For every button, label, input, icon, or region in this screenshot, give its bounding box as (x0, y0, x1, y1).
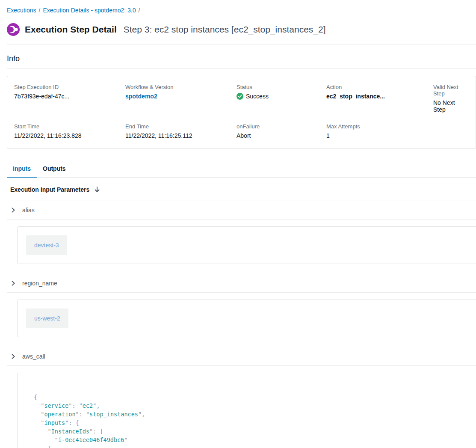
section-header-aws-call[interactable]: aws_call (7, 347, 476, 366)
arrow-down-icon[interactable] (94, 186, 101, 193)
divider (7, 68, 476, 69)
page-title: Execution Step Detail (25, 24, 117, 35)
field-label: Valid Next Step (433, 84, 467, 97)
field-end-time: End Time 11/22/2022, 11:16:25.112 (125, 123, 237, 139)
region-name-value-chip[interactable]: us-west-2 (26, 309, 68, 328)
field-value: No Next Step (433, 99, 467, 113)
field-value: 11/22/2022, 11:16:25.112 (125, 132, 237, 139)
info-heading: Info (7, 54, 476, 63)
field-label: End Time (125, 123, 237, 130)
status-badge: Success (237, 93, 326, 100)
info-card: Step Execution ID 7b73f93e-edaf-47c... W… (7, 76, 476, 149)
field-onfailure: onFailure Abort (237, 123, 326, 139)
field-label: Workflow & Version (125, 84, 237, 90)
section-header-alias[interactable]: alias (7, 201, 476, 220)
params-heading-label: Execution Input Parameters (10, 186, 89, 193)
field-label: onFailure (237, 123, 326, 130)
grid-spacer (433, 123, 467, 139)
section-content-region-name: us-west-2 (7, 293, 476, 347)
workflow-icon (7, 23, 20, 36)
alias-value-chip[interactable]: devtest-3 (26, 235, 67, 255)
workflow-link[interactable]: spotdemo2 (125, 93, 157, 100)
value-card-region-name: us-west-2 (17, 300, 476, 337)
section-header-region-name[interactable]: region_name (7, 274, 476, 293)
value-card-alias: devtest-3 (17, 226, 476, 264)
field-max-attempts: Max Attempts 1 (326, 123, 433, 139)
field-status: Status Success (237, 84, 326, 113)
param-name-aws-call: aws_call (22, 353, 45, 360)
param-name-region-name: region_name (22, 280, 57, 287)
page-subtitle: Step 3: ec2 stop instances [ec2_stop_ins… (124, 24, 326, 35)
field-value: 11/22/2022, 11:16:23.828 (14, 132, 125, 139)
field-start-time: Start Time 11/22/2022, 11:16:23.828 (14, 123, 125, 139)
field-step-execution-id: Step Execution ID 7b73f93e-edaf-47c... (14, 84, 125, 113)
param-name-alias: alias (22, 207, 35, 214)
field-action: Action ec2_stop_instance... (326, 84, 433, 113)
value-card-aws-call: { "service": "ec2", "operation": "stop_i… (17, 373, 476, 448)
breadcrumb-link-execution-details[interactable]: Execution Details - spotdemo2: 3.0 (43, 7, 136, 14)
field-value: ec2_stop_instance... (326, 93, 433, 100)
chevron-right-icon (10, 280, 16, 286)
tab-bar: Inputs Outputs (7, 160, 476, 178)
page-header: Execution Step Detail Step 3: ec2 stop i… (7, 23, 476, 36)
execution-input-parameters-header: Execution Input Parameters (7, 178, 476, 201)
info-grid: Step Execution ID 7b73f93e-edaf-47c... W… (14, 84, 467, 139)
section-content-alias: devtest-3 (7, 220, 476, 274)
chevron-right-icon (10, 353, 16, 359)
tab-inputs[interactable]: Inputs (7, 160, 37, 177)
field-value: Abort (237, 132, 326, 139)
field-value: 7b73f93e-edaf-47c... (14, 93, 125, 100)
breadcrumb-separator: / (139, 7, 140, 14)
success-check-icon (237, 93, 243, 100)
field-label: Max Attempts (326, 123, 433, 130)
status-text: Success (246, 93, 269, 100)
divider (7, 45, 476, 45)
field-label: Start Time (14, 123, 125, 130)
field-label: Step Execution ID (14, 84, 125, 90)
breadcrumb-link-executions[interactable]: Executions (7, 7, 36, 14)
breadcrumb: Executions/Execution Details - spotdemo2… (7, 7, 476, 14)
field-value: 1 (326, 132, 433, 139)
aws-call-json-viewer: { "service": "ec2", "operation": "stop_i… (34, 393, 469, 448)
section-content-aws-call: { "service": "ec2", "operation": "stop_i… (7, 366, 476, 448)
field-label: Status (237, 84, 326, 90)
field-label: Action (326, 84, 433, 90)
breadcrumb-separator: / (38, 7, 40, 14)
tab-outputs[interactable]: Outputs (37, 160, 72, 177)
field-valid-next-step: Valid Next Step No Next Step (433, 84, 467, 113)
chevron-right-icon (10, 207, 16, 213)
field-workflow-version: Workflow & Version spotdemo2 (125, 84, 237, 113)
